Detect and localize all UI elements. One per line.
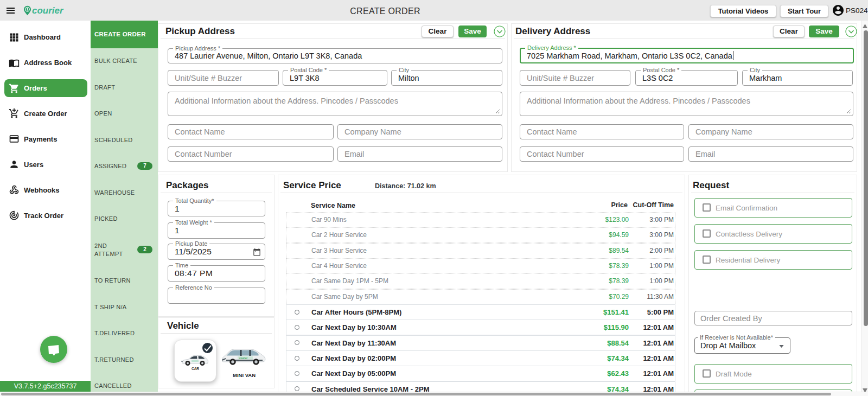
svg-text:courier: courier bbox=[239, 357, 248, 360]
